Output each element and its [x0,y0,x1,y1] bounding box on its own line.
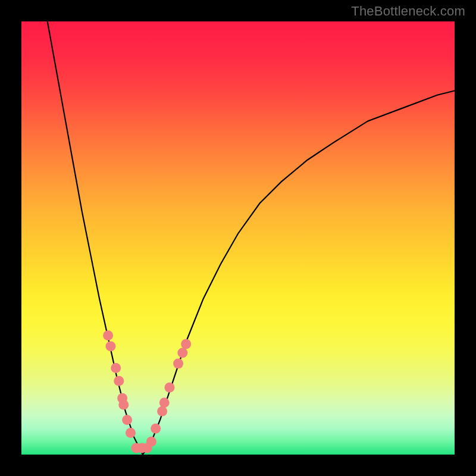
marker-point [151,424,161,434]
marker-point [103,330,113,340]
marker-point [177,347,187,358]
marker-point [173,359,183,369]
markers-group [103,330,191,453]
marker-point [118,400,129,410]
marker-point [181,339,191,349]
marker-point [164,383,174,393]
series-right-curve [143,90,455,455]
marker-point [122,415,132,425]
series-group [48,21,455,455]
marker-point [159,397,170,408]
marker-point [114,376,124,386]
series-left-curve [48,21,143,455]
marker-point [111,363,121,373]
marker-point [105,342,115,352]
marker-point [126,428,136,438]
marker-point [157,406,167,416]
watermark-text: TheBottleneck.com [351,4,465,19]
plot-area [21,21,455,455]
chart-frame: TheBottleneck.com [0,0,476,476]
chart-svg [21,21,455,455]
marker-point [146,437,156,447]
